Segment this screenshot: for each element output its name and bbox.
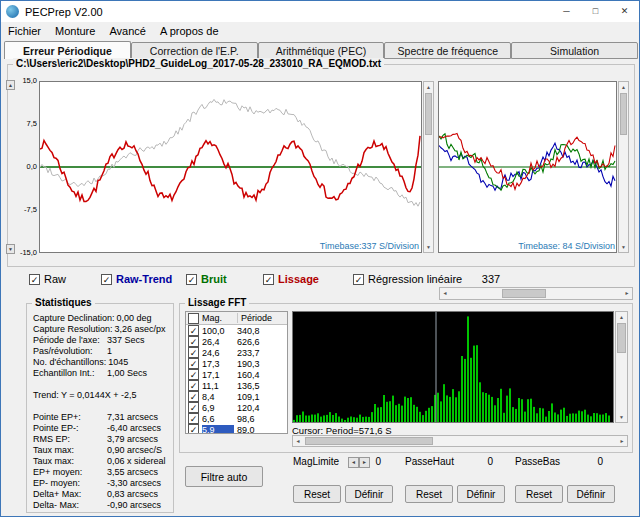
fft-canvas	[293, 312, 613, 422]
scroll-up-icon[interactable]: ▲	[616, 312, 627, 322]
fft-row-checkbox[interactable]: ✓	[188, 369, 199, 380]
toggle-checkbox[interactable]: ✓	[263, 274, 274, 285]
menu-avance[interactable]: Avancé	[102, 23, 153, 39]
stat-label: Pointe EP+:	[33, 412, 105, 423]
fft-row-checkbox[interactable]: ✓	[188, 325, 199, 336]
fft-row-checkbox[interactable]: ✓	[188, 336, 199, 347]
definir-button[interactable]: Définir	[457, 485, 505, 503]
stat-value: 3,79 arcsecs	[107, 434, 158, 445]
toggle-bruit[interactable]: ✓Bruit	[186, 272, 227, 286]
scroll-up-icon[interactable]: ▲	[619, 82, 628, 92]
scroll-up-icon[interactable]: ▲	[424, 82, 433, 92]
stat-label: Taux max:	[33, 445, 105, 456]
minimize-button[interactable]: ─	[552, 1, 581, 22]
stat-row: Taux max:0,90 arcsec/S	[33, 445, 170, 456]
stat-label: Pas/révolution:	[33, 346, 105, 357]
fft-spectrum[interactable]	[292, 311, 614, 423]
spin-left-icon[interactable]: ◄	[348, 457, 359, 468]
fft-select-all-checkbox[interactable]	[188, 313, 199, 324]
scrollbar-thumb[interactable]	[620, 93, 627, 135]
scrollbar-thumb[interactable]	[305, 437, 433, 445]
y-axis-tick: 0,0	[16, 162, 37, 171]
fft-vscrollbar[interactable]: ▲▼	[615, 311, 628, 423]
toggle-label: Raw-Trend	[116, 273, 172, 285]
fft-row-checkbox[interactable]: ✓	[188, 413, 199, 424]
fft-table-row[interactable]: ✓26,4626,6	[186, 336, 287, 347]
fft-table-row[interactable]: ✓24,6233,7	[186, 347, 287, 358]
fft-row-checkbox[interactable]: ✓	[188, 424, 199, 434]
tab-erreur-periodique[interactable]: Erreur Périodique	[4, 41, 131, 59]
y-scale-up-button[interactable]: ▲	[6, 80, 15, 90]
fft-control-label-maglimite: MagLimite	[293, 456, 339, 467]
toggle-regression-lineaire[interactable]: ✓Régression linéaire	[353, 272, 462, 286]
reset-button[interactable]: Reset	[515, 485, 563, 503]
main-chart[interactable]	[39, 81, 422, 253]
fft-row-checkbox[interactable]: ✓	[188, 402, 199, 413]
fft-table[interactable]: Mag.Période✓100,0340,8✓26,4626,6✓24,6233…	[185, 311, 288, 434]
fft-row-checkbox[interactable]: ✓	[188, 391, 199, 402]
toggle-checkbox[interactable]: ✓	[353, 274, 364, 285]
fft-hscrollbar[interactable]: ◄►	[292, 435, 628, 447]
fft-row-period: 136,5	[237, 381, 287, 391]
stat-value: -0,90 arcsecs	[107, 500, 161, 511]
stat-label: Taux max:	[33, 456, 105, 467]
fft-table-row[interactable]: ✓8,4109,1	[186, 391, 287, 402]
statistics-title: Statistiques	[32, 297, 95, 308]
scroll-down-icon[interactable]: ▼	[424, 242, 433, 252]
scroll-right-icon[interactable]: ►	[617, 436, 627, 446]
stat-row: Delta+ Max:0,83 arcsecs	[33, 489, 170, 500]
tab-correction-de-l-e-p[interactable]: Correction de l'E.P.	[131, 42, 258, 59]
scroll-left-icon[interactable]: ◄	[293, 436, 303, 446]
scroll-down-icon[interactable]: ▼	[619, 242, 628, 252]
y-axis-tick: 7,5	[16, 119, 37, 128]
fft-row-checkbox[interactable]: ✓	[188, 380, 199, 391]
reset-button[interactable]: Reset	[293, 485, 341, 503]
toggle-raw-trend[interactable]: ✓Raw-Trend	[101, 272, 172, 286]
toggle-checkbox[interactable]: ✓	[29, 274, 40, 285]
fft-table-row[interactable]: ✓100,0340,8	[186, 325, 287, 336]
toggle-checkbox[interactable]: ✓	[101, 274, 112, 285]
scrollbar-thumb[interactable]	[617, 323, 626, 353]
tab-arithmetique-pec[interactable]: Arithmétique (PEC)	[258, 42, 385, 59]
definir-button[interactable]: Définir	[345, 485, 393, 503]
side-chart-vscrollbar[interactable]: ▲▼	[618, 81, 629, 253]
menu-fichier[interactable]: Fichier	[1, 23, 48, 39]
close-button[interactable]: ✕	[610, 1, 639, 22]
toggle-checkbox[interactable]: ✓	[186, 274, 197, 285]
stat-row: Capture Declination:0,00 deg	[33, 313, 170, 324]
side-chart[interactable]	[438, 81, 617, 253]
auto-filter-button[interactable]: Filtre auto	[185, 466, 263, 487]
file-path: C:\Users\eric2\Desktop\PHD2_GuideLog_201…	[13, 58, 384, 69]
tab-spectre-de-frequence[interactable]: Spectre de fréquence	[384, 42, 511, 59]
scroll-down-icon[interactable]: ▼	[616, 412, 627, 422]
main-chart-vscrollbar[interactable]: ▲▼	[423, 81, 434, 253]
fft-table-row[interactable]: ✓11,1136,5	[186, 380, 287, 391]
definir-button[interactable]: Définir	[567, 485, 615, 503]
scrollbar-thumb[interactable]	[502, 289, 546, 298]
fft-table-row[interactable]: ✓5,989,0	[186, 424, 287, 434]
tab-simulation[interactable]: Simulation	[511, 42, 638, 59]
fft-table-row[interactable]: ✓17,3190,3	[186, 358, 287, 369]
fft-table-row[interactable]: ✓17,1160,4	[186, 369, 287, 380]
fft-row-period: 109,1	[237, 392, 287, 402]
y-scale-down-button[interactable]: ▼	[6, 244, 15, 254]
scrollbar-thumb[interactable]	[425, 93, 432, 135]
menu-a-propos-de[interactable]: A propos de	[153, 23, 226, 39]
toggle-label: Raw	[44, 273, 66, 285]
fft-table-row[interactable]: ✓6,9120,4	[186, 402, 287, 413]
fft-row-checkbox[interactable]: ✓	[188, 358, 199, 369]
timebase-scrollbar[interactable]: ◄►	[439, 287, 633, 300]
fft-row-mag: 5,9	[202, 425, 234, 435]
fft-table-row[interactable]: ✓6,698,6	[186, 413, 287, 424]
toggle-raw[interactable]: ✓Raw	[29, 272, 66, 286]
maximize-button[interactable]: □	[581, 1, 610, 22]
scroll-left-icon[interactable]: ◄	[440, 288, 450, 299]
main-timebase-label: Timebase:337 S/Division	[271, 241, 419, 251]
reset-button[interactable]: Reset	[405, 485, 453, 503]
scroll-right-icon[interactable]: ►	[622, 288, 632, 299]
stat-label: Delta+ Max:	[33, 489, 105, 500]
toggle-lissage[interactable]: ✓Lissage	[263, 272, 319, 286]
menu-monture[interactable]: Monture	[48, 23, 102, 39]
fft-row-checkbox[interactable]: ✓	[188, 347, 199, 358]
stat-value: -6,40 arcsecs	[107, 423, 161, 434]
